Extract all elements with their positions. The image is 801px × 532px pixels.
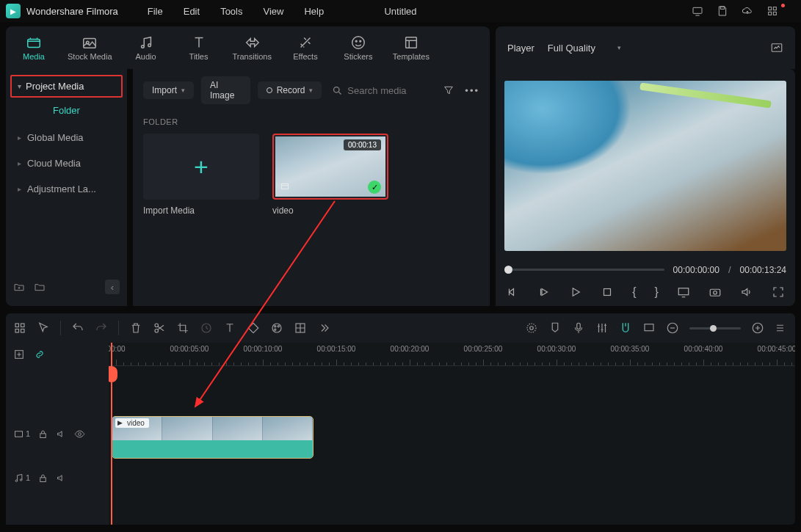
svg-point-44 [79, 432, 81, 435]
zoom-out-icon[interactable] [666, 321, 679, 335]
svg-rect-25 [15, 329, 19, 333]
svg-point-12 [355, 40, 357, 42]
folder-icon[interactable] [34, 281, 46, 293]
playhead[interactable] [111, 343, 112, 525]
screen-icon[interactable] [642, 321, 656, 335]
timeline-canvas[interactable]: 00:0000:00:05:0000:00:10:0000:00:15:0000… [109, 343, 795, 525]
display-icon[interactable] [677, 285, 690, 299]
ruler-label: 00:00:40:00 [684, 345, 723, 353]
tab-stock-media[interactable]: Stock Media [68, 34, 112, 61]
ruler-label: 00:00:45:00 [758, 345, 795, 353]
filter-icon[interactable] [443, 84, 454, 96]
menu-help[interactable]: Help [304, 6, 324, 17]
quality-select[interactable]: Full Quality▾ [548, 43, 621, 54]
target-icon[interactable] [525, 321, 538, 335]
import-button[interactable]: Import▾ [143, 81, 194, 99]
add-track-icon[interactable] [13, 349, 25, 360]
keyframe-icon[interactable] [247, 321, 260, 335]
mark-out-icon[interactable]: } [655, 285, 659, 299]
video-media-tile[interactable]: 00:00:13 ✓ video [272, 134, 388, 216]
tab-audio[interactable]: Audio [127, 34, 165, 61]
svg-rect-1 [720, 7, 724, 9]
link-icon[interactable] [34, 349, 46, 360]
timeline-clip[interactable]: video [112, 416, 313, 459]
tab-templates[interactable]: Templates [392, 34, 430, 61]
stop-icon[interactable] [601, 285, 614, 299]
record-button[interactable]: Record▾ [258, 81, 322, 99]
svg-point-33 [275, 329, 276, 330]
text-icon[interactable] [223, 321, 236, 335]
project-media-item[interactable]: Project Media [10, 75, 123, 98]
tracks-icon[interactable] [775, 321, 788, 335]
mixer-icon[interactable] [595, 321, 609, 335]
folder-label[interactable]: Folder [10, 98, 123, 125]
snap-icon[interactable] [619, 321, 632, 335]
snapshot-icon[interactable] [770, 41, 783, 54]
menu-view[interactable]: View [263, 6, 283, 17]
zoom-slider[interactable] [689, 327, 741, 329]
device-icon[interactable] [692, 5, 703, 17]
undo-icon[interactable] [71, 321, 84, 335]
search-input[interactable] [347, 85, 435, 96]
tab-titles[interactable]: Titles [180, 34, 218, 61]
apps-icon[interactable] [766, 5, 778, 17]
delete-icon[interactable] [129, 321, 142, 335]
tab-stickers[interactable]: Stickers [339, 34, 377, 61]
tab-media[interactable]: Media [15, 34, 53, 61]
svg-rect-24 [21, 324, 25, 327]
camera-icon[interactable] [708, 285, 722, 299]
marker-icon[interactable] [548, 321, 562, 335]
speed-icon[interactable] [200, 321, 213, 335]
save-icon[interactable] [717, 5, 728, 17]
document-title: Untitled [384, 6, 416, 17]
mark-in-icon[interactable]: { [632, 285, 636, 299]
ruler-label: 00:00:30:00 [537, 345, 576, 353]
crop-icon[interactable] [176, 321, 189, 335]
sidebar-adjustment-layer[interactable]: Adjustment La... [10, 176, 123, 202]
sidebar-cloud-media[interactable]: Cloud Media [10, 150, 123, 176]
video-track-header[interactable]: 1 [6, 412, 109, 456]
tab-transitions[interactable]: Transitions [233, 34, 272, 61]
more-tools-icon[interactable] [317, 321, 330, 335]
visibility-icon[interactable] [74, 429, 85, 440]
fullscreen-icon[interactable] [772, 285, 785, 299]
import-media-tile[interactable]: + Import Media [143, 134, 259, 216]
svg-point-31 [275, 326, 276, 327]
preview-viewport[interactable] [504, 81, 786, 251]
volume-icon[interactable] [740, 285, 753, 299]
svg-point-13 [360, 40, 361, 42]
menu-tools[interactable]: Tools [220, 6, 242, 17]
grid-icon[interactable] [13, 321, 26, 335]
play-icon[interactable] [569, 285, 582, 299]
ruler-label: 00:00:20:00 [391, 345, 430, 353]
cloud-upload-icon[interactable] [742, 5, 753, 17]
redo-icon[interactable] [95, 321, 108, 335]
scrubber[interactable] [504, 269, 664, 271]
new-folder-icon[interactable] [13, 281, 25, 293]
tab-effects[interactable]: Effects [286, 34, 325, 61]
menu-file[interactable]: File [148, 6, 163, 17]
play-backward-icon[interactable] [537, 285, 551, 299]
color-icon[interactable] [270, 321, 283, 335]
svg-rect-4 [769, 12, 772, 15]
ai-image-button[interactable]: AI Image [201, 76, 250, 104]
cursor-icon[interactable] [37, 321, 50, 335]
lock-icon[interactable] [37, 473, 48, 484]
lock-icon[interactable] [37, 429, 48, 440]
audio-track-header[interactable]: 1 [6, 456, 109, 500]
mic-icon[interactable] [572, 321, 585, 335]
svg-rect-20 [678, 288, 689, 295]
prev-frame-icon[interactable] [506, 285, 519, 299]
more-options-icon[interactable]: ••• [465, 85, 479, 96]
collapse-sidebar-icon[interactable]: ‹ [105, 280, 120, 294]
player-label: Player [507, 43, 534, 54]
sidebar-global-media[interactable]: Global Media [10, 125, 123, 150]
mute-icon[interactable] [56, 473, 67, 484]
svg-rect-37 [577, 323, 581, 329]
mute-icon[interactable] [56, 429, 67, 440]
zoom-in-icon[interactable] [751, 321, 764, 335]
grid2-icon[interactable] [294, 321, 307, 335]
svg-point-22 [714, 291, 717, 295]
cut-icon[interactable] [153, 321, 166, 335]
menu-edit[interactable]: Edit [184, 6, 200, 17]
